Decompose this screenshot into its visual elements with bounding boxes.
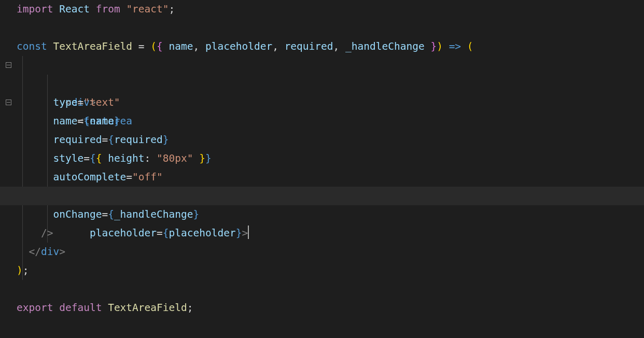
code-line[interactable]: <textarea [17,75,644,93]
code-line[interactable]: import React from "react"; [17,0,644,19]
code-line[interactable]: autoComplete="off" [17,168,644,187]
code-line[interactable]: </div> [17,243,644,261]
text-cursor [248,226,249,239]
code-editor[interactable]: import React from "react"; const TextAre… [0,0,644,338]
code-line[interactable] [17,280,644,299]
code-line[interactable]: export default TextAreaField; [17,299,644,317]
code-line[interactable]: style={{ height: "80px" }} [17,149,644,168]
code-line[interactable]: onChange={_handleChange} [17,205,644,224]
fold-gutter [0,0,17,338]
code-line-current[interactable]: placeholder={placeholder}> [17,187,644,205]
code-line[interactable]: name={name} [17,112,644,131]
code-area[interactable]: import React from "react"; const TextAre… [17,0,644,338]
code-line[interactable]: required={required} [17,131,644,149]
code-line[interactable] [17,19,644,37]
fold-toggle[interactable] [0,93,17,112]
fold-toggle[interactable] [0,56,17,75]
code-line[interactable]: type="text" [17,93,644,112]
code-line[interactable]: const TextAreaField = ({ name, placehold… [17,37,644,56]
code-line[interactable]: ); [17,261,644,280]
code-line[interactable]: <div> [17,56,644,75]
